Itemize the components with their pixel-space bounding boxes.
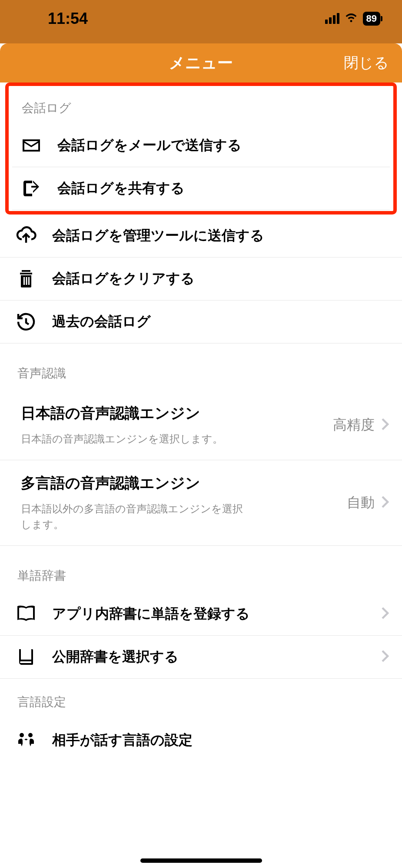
row-label: 会話ログを管理ツールに送信する xyxy=(52,226,389,245)
chevron-right-icon xyxy=(381,495,389,510)
status-indicators: 89 xyxy=(325,11,380,26)
row-jp-engine[interactable]: 日本語の音声認識エンジン 日本語の音声認識エンジンを選択します。 高精度 xyxy=(0,390,402,460)
row-select-dict[interactable]: 公開辞書を選択する xyxy=(0,636,402,679)
nav-title: メニュー xyxy=(169,53,233,74)
row-label: 会話ログを共有する xyxy=(57,179,377,198)
svg-point-1 xyxy=(28,733,33,737)
row-label: 会話ログをメールで送信する xyxy=(57,136,377,155)
row-label: 公開辞書を選択する xyxy=(52,647,381,667)
section-header-dict: 単語辞書 xyxy=(0,546,402,593)
trash-icon xyxy=(13,268,39,290)
chevron-right-icon xyxy=(381,650,389,664)
share-icon xyxy=(18,178,44,199)
open-book-icon xyxy=(13,603,39,625)
row-label: 過去の会話ログ xyxy=(52,312,389,331)
status-bar: 11:54 89 xyxy=(0,0,402,43)
book-icon xyxy=(13,646,39,668)
home-indicator[interactable] xyxy=(140,858,262,863)
row-mail-log[interactable]: 会話ログをメールで送信する xyxy=(12,124,390,167)
row-label: アプリ内辞書に単語を登録する xyxy=(52,604,381,624)
row-title: 多言語の音声認識エンジン xyxy=(21,473,347,493)
mail-icon xyxy=(18,135,44,156)
row-subtitle: 日本語の音声認識エンジンを選択します。 xyxy=(21,431,247,447)
row-history-log[interactable]: 過去の会話ログ xyxy=(0,300,402,343)
row-value: 自動 xyxy=(347,493,375,512)
battery-icon: 89 xyxy=(363,12,380,26)
close-button[interactable]: 閉じる xyxy=(344,53,389,73)
highlight-box: 会話ログ 会話ログをメールで送信する 会話ログを共有する xyxy=(5,83,397,215)
chevron-right-icon xyxy=(381,418,389,432)
section-header-log: 会話ログ xyxy=(12,86,390,124)
cellular-signal-icon xyxy=(325,13,339,24)
row-multi-engine[interactable]: 多言語の音声認識エンジン 日本語以外の多言語の音声認識エンジンを選択します。 自… xyxy=(0,460,402,546)
row-subtitle: 日本語以外の多言語の音声認識エンジンを選択します。 xyxy=(21,501,247,532)
status-time: 11:54 xyxy=(48,10,88,28)
row-register-word[interactable]: アプリ内辞書に単語を登録する xyxy=(0,593,402,636)
chevron-right-icon xyxy=(381,607,389,621)
row-label: 相手が話す言語の設定 xyxy=(52,731,389,750)
svg-point-0 xyxy=(20,733,24,737)
cloud-upload-icon xyxy=(13,225,39,247)
row-title: 日本語の音声認識エンジン xyxy=(21,403,333,423)
row-upload-log[interactable]: 会話ログを管理ツールに送信する xyxy=(0,215,402,257)
people-talk-icon xyxy=(13,729,39,751)
section-header-voice: 音声認識 xyxy=(0,343,402,390)
wifi-icon xyxy=(345,11,358,26)
row-partner-language[interactable]: 相手が話す言語の設定 xyxy=(0,719,402,762)
row-label: 会話ログをクリアする xyxy=(52,269,389,288)
row-share-log[interactable]: 会話ログを共有する xyxy=(12,167,390,210)
nav-bar: メニュー 閉じる xyxy=(0,43,402,83)
history-icon xyxy=(13,311,39,333)
row-clear-log[interactable]: 会話ログをクリアする xyxy=(0,257,402,300)
section-header-lang: 言語設定 xyxy=(0,679,402,719)
content: 会話ログ 会話ログをメールで送信する 会話ログを共有する 会話ログを管理ツールに… xyxy=(0,83,402,762)
row-value: 高精度 xyxy=(333,416,375,435)
